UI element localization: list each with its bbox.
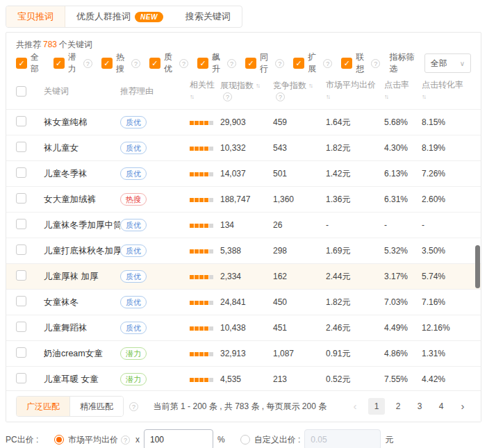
relevance-bar <box>209 378 213 382</box>
relevance-bar <box>204 275 208 279</box>
relevance-bar <box>195 352 199 356</box>
competition-cell: 1,360 <box>273 194 326 204</box>
ctr-cell: 5.68% <box>384 117 422 127</box>
help-icon[interactable]: ? <box>371 59 380 68</box>
page-button-4[interactable]: 4 <box>433 398 449 415</box>
impression-cell: 14,037 <box>220 169 273 179</box>
custom-bid-input[interactable] <box>304 429 381 448</box>
row-checkbox[interactable] <box>16 116 26 126</box>
header-avg-bid[interactable]: 市场平均出价 ↑↓ <box>326 80 384 102</box>
custom-bid-radio[interactable] <box>240 435 250 445</box>
tab-audience-recommend[interactable]: 优质人群推词 NEW <box>65 6 174 27</box>
filter-item-peers[interactable]: ✓ 同行 ? <box>245 51 284 75</box>
row-checkbox[interactable] <box>16 219 26 229</box>
header-competition-index[interactable]: 竞争指数↑↓ ? <box>273 81 326 101</box>
keyword-tool-page: 宝贝推词 优质人群推词 NEW 搜索关键词 共推荐783个关键词 ✓ 全部 ✓ … <box>0 0 487 448</box>
yuan-unit: 元 <box>385 434 393 446</box>
cvr-cell: 2.60% <box>422 194 471 204</box>
filter-item-potential[interactable]: ✓ 潜力 ? <box>53 51 92 75</box>
checkbox-checked-icon[interactable]: ✓ <box>149 58 160 69</box>
header-relevance[interactable]: 相关性 ↑↓ <box>190 80 220 102</box>
row-checkbox[interactable] <box>16 373 26 383</box>
avg-bid-cell: 0.91元 <box>326 348 384 360</box>
tab-search-keyword[interactable]: 搜索关键词 <box>174 6 242 27</box>
help-icon[interactable]: ? <box>129 402 138 411</box>
select-all-checkbox[interactable] <box>16 86 26 97</box>
reason-badge: 潜力 <box>120 347 147 360</box>
filter-item-rising[interactable]: ✓ 飙升 ? <box>197 51 236 75</box>
help-icon[interactable]: ? <box>323 59 332 68</box>
header-ctr[interactable]: 点击率 ↑↓ <box>384 80 422 102</box>
help-icon[interactable]: ? <box>223 92 232 101</box>
filter-label: 质优 <box>164 51 176 75</box>
bid-multiplier-input[interactable] <box>144 429 213 448</box>
row-checkbox[interactable] <box>16 347 26 358</box>
header-impression-index[interactable]: 展现指数↑↓ ? <box>220 81 273 101</box>
ctr-cell: 7.55% <box>384 374 422 384</box>
competition-cell: 450 <box>273 297 326 307</box>
sort-icon[interactable]: ↑↓ <box>326 92 329 102</box>
relevance-bar <box>199 172 204 176</box>
competition-cell: 26 <box>273 220 326 230</box>
relevance-bars <box>190 224 213 228</box>
filter-item-expand[interactable]: ✓ 扩展 ? <box>293 51 332 75</box>
filter-item-hot-search[interactable]: ✓ 热搜 ? <box>101 51 140 75</box>
impression-cell: 32,913 <box>220 349 273 358</box>
impression-cell: 4,535 <box>220 374 273 384</box>
sort-icon[interactable]: ↑↓ <box>256 81 259 91</box>
page-button-2[interactable]: 2 <box>390 398 406 415</box>
row-checkbox[interactable] <box>16 270 26 281</box>
help-icon[interactable]: ? <box>83 59 92 68</box>
help-icon[interactable]: ? <box>131 59 140 68</box>
relevance-bars <box>190 275 213 279</box>
row-checkbox[interactable] <box>16 193 26 204</box>
sort-icon[interactable]: ↑↓ <box>190 92 193 102</box>
sort-icon[interactable]: ↑↓ <box>422 92 425 102</box>
sort-icon[interactable]: ↑↓ <box>308 81 312 91</box>
tab-item-recommend[interactable]: 宝贝推词 <box>6 6 65 27</box>
checkbox-checked-icon[interactable]: ✓ <box>293 58 304 69</box>
table-row: 袜女童纯棉 质优 29,903 459 1.64元 5.68% 8.15% <box>6 109 481 135</box>
row-checkbox[interactable] <box>16 167 26 178</box>
row-checkbox[interactable] <box>16 244 26 255</box>
exact-match-button[interactable]: 精准匹配 <box>69 397 123 416</box>
help-icon[interactable]: ? <box>276 92 285 101</box>
filter-label: 同行 <box>260 51 272 75</box>
filter-item-all[interactable]: ✓ 全部 <box>16 51 44 75</box>
checkbox-checked-icon[interactable]: ✓ <box>53 58 65 69</box>
ctr-cell: 4.49% <box>384 323 422 333</box>
avg-bid-cell: 1.36元 <box>326 194 384 206</box>
checkbox-checked-icon[interactable]: ✓ <box>341 58 352 69</box>
header-checkbox-cell <box>16 86 44 97</box>
metric-filter-select[interactable]: 全部 ∨ <box>424 53 471 73</box>
avg-bid-cell: 1.82元 <box>326 142 384 154</box>
sort-icon[interactable]: ↑↓ <box>384 92 388 102</box>
filter-item-quality[interactable]: ✓ 质优 ? <box>149 51 188 75</box>
checkbox-checked-icon[interactable]: ✓ <box>16 58 27 69</box>
relevance-bar <box>199 147 204 151</box>
row-checkbox[interactable] <box>16 142 26 152</box>
row-checkbox[interactable] <box>16 296 26 306</box>
competition-cell: 501 <box>273 169 326 179</box>
relevance-bars <box>190 378 213 382</box>
help-icon[interactable]: ? <box>275 59 284 68</box>
row-checkbox[interactable] <box>16 322 26 332</box>
broad-match-button[interactable]: 广泛匹配 <box>17 397 69 416</box>
prev-page-icon[interactable]: ‹ <box>347 398 363 415</box>
avg-bid-radio[interactable] <box>54 435 64 445</box>
help-icon[interactable]: ? <box>227 59 236 68</box>
next-page-icon[interactable]: › <box>454 398 471 415</box>
header-cvr[interactable]: 点击转化率 ↑↓ <box>422 80 471 102</box>
help-icon[interactable]: ? <box>121 435 130 445</box>
relevance-bar <box>209 301 213 305</box>
filter-item-association[interactable]: ✓ 联想 ? <box>341 51 380 75</box>
checkbox-checked-icon[interactable]: ✓ <box>197 58 208 69</box>
page-button-1[interactable]: 1 <box>368 398 385 415</box>
checkbox-checked-icon[interactable]: ✓ <box>245 58 256 69</box>
page-button-3[interactable]: 3 <box>411 398 428 415</box>
checkbox-checked-icon[interactable]: ✓ <box>101 58 113 69</box>
scrollbar-thumb[interactable] <box>475 245 480 288</box>
help-icon[interactable]: ? <box>179 59 188 68</box>
table-row: 儿童舞蹈袜 质优 10,438 451 2.46元 4.49% 12.16% <box>6 315 481 340</box>
metric-filter-value: 全部 <box>431 58 447 69</box>
